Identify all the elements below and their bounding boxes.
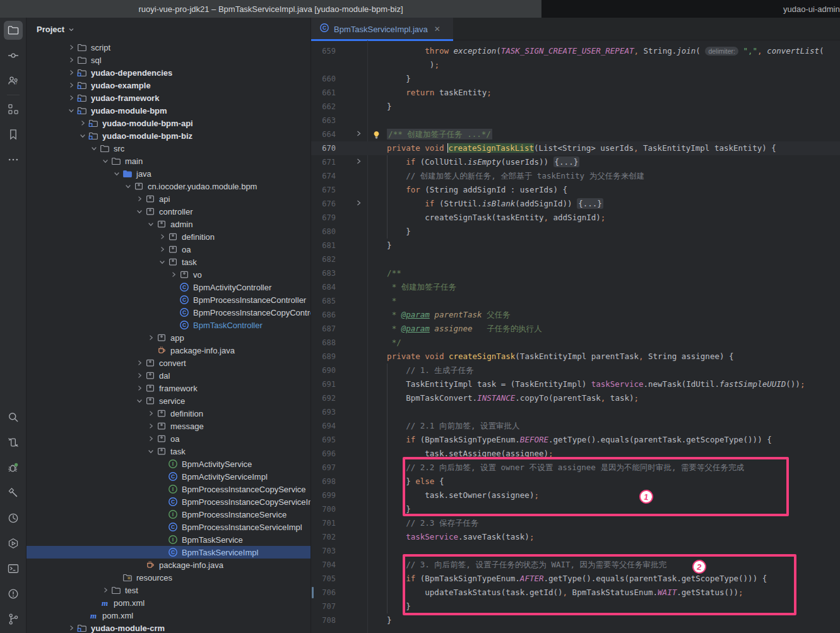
code-line-680[interactable]: 680 } [311, 225, 840, 239]
chevron-down-icon[interactable] [77, 131, 88, 141]
chevron-right-icon[interactable] [168, 269, 179, 280]
fold-chevron-icon[interactable] [355, 197, 365, 211]
chevron-right-icon[interactable] [66, 623, 77, 633]
tree-item-yudao-example[interactable]: yudao-example [27, 79, 311, 92]
chevron-down-icon[interactable] [134, 396, 145, 406]
chevron-down-icon[interactable] [100, 156, 111, 166]
chevron-right-icon[interactable] [145, 408, 157, 418]
tree-item-yudao-module-bpm-api[interactable]: yudao-module-bpm-api [27, 117, 311, 129]
activity-more-icon[interactable] [0, 147, 27, 172]
code-line-670[interactable]: 670 private void createSignTaskList(List… [311, 141, 840, 155]
tree-item-src[interactable]: src [27, 142, 311, 155]
activity-terminal-icon[interactable] [0, 556, 27, 581]
tree-item-app[interactable]: app [27, 331, 311, 344]
chevron-right-icon[interactable] [100, 585, 111, 595]
code-line-690[interactable]: 690 // 1. 生成子任务 [311, 364, 840, 377]
code-line-681[interactable]: 681 } [311, 239, 840, 252]
tree-item-pom-xml[interactable]: mpom.xml [27, 609, 311, 622]
chevron-down-icon[interactable] [111, 169, 122, 179]
code-line-675[interactable]: 675 for (String addSignId : userIds) { [311, 183, 840, 197]
code-line-676[interactable]: 676 if (StrUtil.isBlank(addSignId)) {...… [311, 197, 840, 211]
tree-item-bpmactivitycontroller[interactable]: CBpmActivityController [27, 281, 311, 293]
chevron-down-icon[interactable] [122, 181, 134, 191]
code-line-708[interactable]: 708 } [311, 613, 840, 627]
code-line-693[interactable]: 693 [311, 405, 840, 419]
code-line-671[interactable]: 671 if (CollUtil.isEmpty(userIds)) {...} [311, 155, 840, 169]
code-line-706[interactable]: 706 updateTaskStatus(task.getId(), BpmTa… [311, 586, 840, 600]
code-line-686[interactable]: 686 * @param parentTask 父任务 [311, 308, 840, 322]
chevron-right-icon[interactable] [134, 358, 145, 368]
tree-item-dal[interactable]: dal [27, 369, 311, 382]
code-line-699[interactable]: 699 task.setOwner(assignee); [311, 488, 840, 502]
activity-services-icon[interactable] [0, 430, 27, 455]
code-line-688[interactable]: 688 */ [311, 336, 840, 350]
code-line-685[interactable]: 685 * [311, 294, 840, 308]
code-line-684[interactable]: 684 * 创建加签子任务 [311, 280, 840, 294]
tab-bpmtaskserviceimpl[interactable]: C BpmTaskServiceImpl.java ✕ [311, 18, 453, 40]
tree-item-api[interactable]: api [27, 192, 311, 205]
code-line-692[interactable]: 692 BpmTaskConvert.INSTANCE.copyTo(paren… [311, 391, 840, 405]
chevron-down-icon[interactable] [66, 105, 77, 115]
tree-item-task[interactable]: task [27, 256, 311, 268]
tree-item-bpmactivityservice[interactable]: IBpmActivityService [27, 458, 311, 470]
activity-problems-icon[interactable] [0, 581, 27, 606]
code-line-701[interactable]: 701 // 2.3 保存子任务 [311, 516, 840, 530]
tree-item-admin[interactable]: admin [27, 218, 311, 230]
tree-item-bpmtaskcontroller[interactable]: CBpmTaskController [27, 319, 311, 331]
chevron-right-icon[interactable] [157, 232, 168, 242]
tree-item-main[interactable]: main [27, 155, 311, 167]
tree-item-bpmprocessinstancecontroller[interactable]: CBpmProcessInstanceController [27, 293, 311, 306]
code-line-695[interactable]: 695 if (BpmTaskSignTypeEnum.BEFORE.getTy… [311, 433, 840, 447]
tree-item-bpmactivityserviceimpl[interactable]: CBpmActivityServiceImpl [27, 470, 311, 483]
code-line-659[interactable]: 659 throw exception(TASK_SIGN_CREATE_USE… [311, 44, 840, 58]
fold-chevron-icon[interactable] [355, 155, 365, 169]
chevron-right-icon[interactable] [66, 93, 77, 103]
activity-build-icon[interactable] [0, 480, 27, 506]
tree-item-bpmprocessinstanceserviceimpl[interactable]: CBpmProcessInstanceServiceImpl [27, 521, 311, 533]
tree-item-oa[interactable]: oa [27, 432, 311, 445]
tree-item-bpmtaskserviceimpl[interactable]: CBpmTaskServiceImpl [27, 546, 311, 559]
code-line-689[interactable]: 689 private void createSignTask(TaskEnti… [311, 350, 840, 364]
tree-item-controller[interactable]: controller [27, 205, 311, 218]
tree-item-yudao-module-bpm[interactable]: yudao-module-bpm [27, 104, 311, 117]
chevron-right-icon[interactable] [66, 42, 77, 52]
activity-run-icon[interactable] [0, 531, 27, 556]
chevron-right-icon[interactable] [145, 421, 157, 431]
activity-project-folder-icon[interactable] [0, 18, 27, 43]
code-line-660[interactable]: 660 } [311, 72, 840, 86]
tree-item-oa[interactable]: oa [27, 243, 311, 256]
tree-item-bpmprocessinstanceservice[interactable]: IBpmProcessInstanceService [27, 508, 311, 521]
tree-item-sql[interactable]: sql [27, 54, 311, 66]
fold-chevron-icon[interactable] [355, 127, 365, 141]
activity-git-branch-icon[interactable] [0, 606, 27, 632]
tree-item-convert[interactable]: convert [27, 357, 311, 369]
tree-item-package-info-java[interactable]: package-info.java [27, 344, 311, 357]
activity-structure-icon[interactable] [0, 97, 27, 122]
tree-item-message[interactable]: message [27, 420, 311, 432]
tree-item-service[interactable]: service [27, 394, 311, 407]
tree-item-bpmtaskservice[interactable]: IBpmTaskService [27, 533, 311, 546]
tree-item-java[interactable]: java [27, 167, 311, 180]
chevron-right-icon[interactable] [66, 55, 77, 65]
code-line-679[interactable]: 679 createSignTask(taskEntity, addSignId… [311, 211, 840, 225]
chevron-right-icon[interactable] [66, 80, 77, 90]
tree-item-bpmprocessinstancecopyserviceimpl[interactable]: CBpmProcessInstanceCopyServiceImpl [27, 495, 311, 508]
code-editor[interactable]: 659 throw exception(TASK_SIGN_CREATE_USE… [311, 40, 840, 633]
tree-item-yudao-module-crm[interactable]: yudao-module-crm [27, 622, 311, 633]
code-line-687[interactable]: 687 * @param assignee 子任务的执行人 [311, 322, 840, 336]
tree-item-yudao-module-bpm-biz[interactable]: yudao-module-bpm-biz [27, 129, 311, 142]
activity-search-icon[interactable] [0, 405, 27, 430]
chevron-right-icon[interactable] [134, 383, 145, 393]
chevron-right-icon[interactable] [145, 333, 157, 343]
tree-item-task[interactable]: task [27, 445, 311, 458]
code-line-703[interactable]: 703 [311, 544, 840, 558]
code-line-682[interactable]: 682 [311, 252, 840, 266]
code-line-661[interactable]: 661 return taskEntity; [311, 86, 840, 100]
tree-item-yudao-dependencies[interactable]: yudao-dependencies [27, 66, 311, 79]
chevron-right-icon[interactable] [157, 244, 168, 254]
code-line-663[interactable]: 663 [311, 114, 840, 127]
code-line-674[interactable]: 674 // 创建加签人的新任务, 全部基于 taskEntity 为父任务来创… [311, 169, 840, 183]
chevron-right-icon[interactable] [145, 434, 157, 444]
tree-item-framework[interactable]: framework [27, 382, 311, 394]
chevron-down-icon[interactable] [88, 143, 100, 153]
